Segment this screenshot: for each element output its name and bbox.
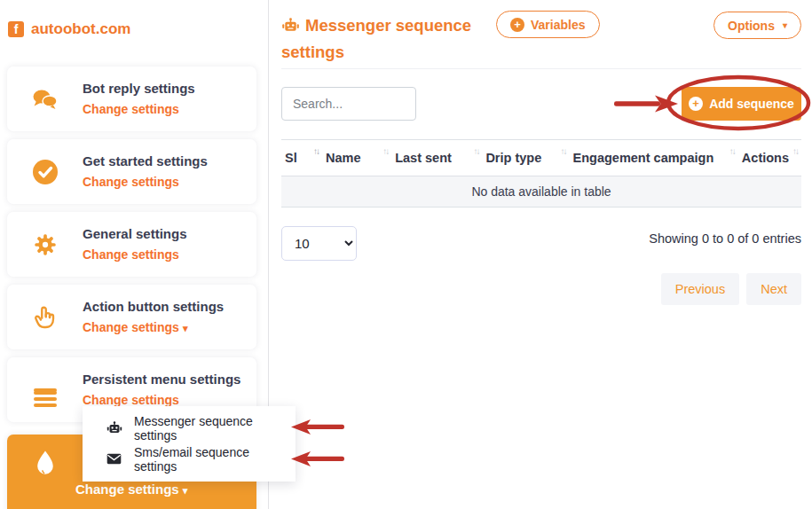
- sort-icon: ↑↓: [792, 146, 798, 156]
- sequences-table: Sl↑↓ Name↑↓ Last sent↑↓ Drip type↑↓ Enga…: [281, 139, 801, 208]
- plus-icon: +: [689, 97, 703, 111]
- robot-icon: [281, 14, 300, 29]
- facebook-icon: f: [8, 21, 24, 37]
- main-header: Messenger sequence settings + Variables …: [281, 0, 801, 69]
- menu-item-sms-email-sequence-settings[interactable]: Sms/email sequence settings: [83, 443, 296, 474]
- brand[interactable]: f autoobot.com: [0, 18, 268, 41]
- sidebar-item-title: Action button settings: [83, 299, 224, 314]
- change-settings-link[interactable]: Change settings: [83, 175, 179, 189]
- main-content: Messenger sequence settings + Variables …: [269, 0, 812, 509]
- change-settings-dropdown: Messenger sequence settings Sms/email se…: [83, 406, 296, 482]
- menu-item-messenger-sequence-settings[interactable]: Messenger sequence settings: [83, 412, 296, 443]
- sidebar-item-get-started[interactable]: Get started settings Change settings: [7, 139, 256, 204]
- sort-icon: ↑↓: [561, 146, 566, 156]
- droplet-icon: [30, 448, 60, 482]
- hand-pointer-icon: [31, 303, 59, 332]
- change-settings-link[interactable]: Change settings▾: [83, 320, 187, 334]
- page-size-select[interactable]: 10: [281, 226, 357, 261]
- sort-icon: ↑↓: [313, 146, 319, 156]
- sidebar-item-general[interactable]: General settings Change settings: [7, 212, 256, 277]
- sort-icon: ↑↓: [729, 146, 735, 156]
- envelope-icon: [106, 452, 122, 466]
- sidebar-item-title: Bot reply settings: [83, 81, 195, 96]
- chat-bubbles-icon: [31, 85, 59, 114]
- pagination: Previous Next: [281, 273, 801, 305]
- sidebar-item-title: Get started settings: [83, 153, 208, 168]
- change-settings-link[interactable]: Change settings: [83, 102, 179, 116]
- next-button[interactable]: Next: [746, 273, 801, 305]
- column-header-name[interactable]: Name↑↓: [322, 140, 391, 176]
- sidebar-item-bot-reply[interactable]: Bot reply settings Change settings: [7, 67, 256, 131]
- page-title: Messenger sequence settings: [281, 0, 505, 66]
- column-header-last-sent[interactable]: Last sent↑↓: [391, 140, 482, 176]
- previous-button[interactable]: Previous: [661, 273, 739, 305]
- table-row: No data available in table: [281, 176, 801, 208]
- add-sequence-button[interactable]: + Add sequence: [682, 87, 801, 121]
- check-circle-icon: [31, 158, 59, 186]
- search-input[interactable]: [281, 87, 416, 121]
- column-header-drip-type[interactable]: Drip type↑↓: [482, 140, 569, 176]
- sidebar-item-title: Persistent menu settings: [83, 372, 240, 387]
- robot-icon: [106, 421, 122, 435]
- options-button[interactable]: Options ▾: [713, 12, 801, 39]
- gear-icon: [31, 231, 59, 259]
- caret-down-icon: ▾: [183, 485, 188, 496]
- sort-icon: ↑↓: [473, 146, 478, 156]
- sidebar-item-title: General settings: [83, 226, 187, 241]
- change-settings-link-active[interactable]: Change settings▾: [75, 482, 187, 497]
- change-settings-link[interactable]: Change settings: [83, 247, 179, 262]
- column-header-sl[interactable]: Sl↑↓: [281, 140, 322, 176]
- sort-icon: ↑↓: [382, 146, 388, 156]
- column-header-engagement-campaign[interactable]: Engagement campaign↑↓: [570, 140, 738, 176]
- empty-message: No data available in table: [281, 176, 801, 208]
- caret-down-icon: ▾: [183, 323, 188, 333]
- caret-down-icon: ▾: [783, 20, 787, 30]
- table-header-row: Sl↑↓ Name↑↓ Last sent↑↓ Drip type↑↓ Enga…: [281, 140, 801, 176]
- plus-icon: +: [510, 18, 524, 32]
- entries-summary: Showing 0 to 0 of 0 entries: [649, 231, 801, 246]
- sidebar-item-action-button[interactable]: Action button settings Change settings▾: [7, 285, 256, 349]
- variables-button[interactable]: + Variables: [496, 11, 600, 38]
- table-footer: 10 Showing 0 to 0 of 0 entries: [281, 226, 801, 261]
- brand-name: autoobot.com: [31, 20, 130, 38]
- column-header-actions[interactable]: Actions↑↓: [738, 140, 801, 176]
- menu-bars-icon: [31, 376, 59, 404]
- table-toolbar: + Add sequence: [281, 87, 801, 121]
- change-settings-link[interactable]: Change settings: [83, 393, 179, 407]
